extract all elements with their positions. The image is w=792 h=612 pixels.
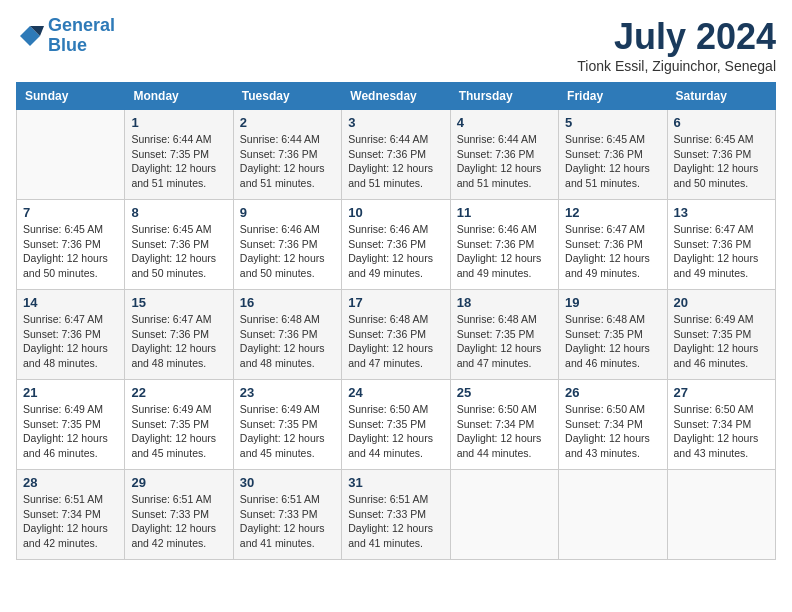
day-number: 8 (131, 205, 226, 220)
logo-text: General Blue (48, 16, 115, 56)
calendar-cell (450, 470, 558, 560)
day-info: Sunrise: 6:46 AM Sunset: 7:36 PM Dayligh… (240, 222, 335, 281)
calendar-week-row: 1Sunrise: 6:44 AM Sunset: 7:35 PM Daylig… (17, 110, 776, 200)
page-header: General Blue July 2024 Tionk Essil, Zigu… (16, 16, 776, 74)
day-number: 7 (23, 205, 118, 220)
day-info: Sunrise: 6:50 AM Sunset: 7:34 PM Dayligh… (565, 402, 660, 461)
day-number: 27 (674, 385, 769, 400)
day-info: Sunrise: 6:45 AM Sunset: 7:36 PM Dayligh… (23, 222, 118, 281)
calendar-cell: 5Sunrise: 6:45 AM Sunset: 7:36 PM Daylig… (559, 110, 667, 200)
day-number: 19 (565, 295, 660, 310)
calendar-week-row: 21Sunrise: 6:49 AM Sunset: 7:35 PM Dayli… (17, 380, 776, 470)
calendar-cell: 18Sunrise: 6:48 AM Sunset: 7:35 PM Dayli… (450, 290, 558, 380)
day-info: Sunrise: 6:48 AM Sunset: 7:35 PM Dayligh… (565, 312, 660, 371)
day-info: Sunrise: 6:44 AM Sunset: 7:36 PM Dayligh… (348, 132, 443, 191)
day-info: Sunrise: 6:45 AM Sunset: 7:36 PM Dayligh… (565, 132, 660, 191)
day-number: 2 (240, 115, 335, 130)
day-number: 13 (674, 205, 769, 220)
calendar-cell: 30Sunrise: 6:51 AM Sunset: 7:33 PM Dayli… (233, 470, 341, 560)
calendar-cell: 27Sunrise: 6:50 AM Sunset: 7:34 PM Dayli… (667, 380, 775, 470)
calendar-cell: 9Sunrise: 6:46 AM Sunset: 7:36 PM Daylig… (233, 200, 341, 290)
calendar-cell (17, 110, 125, 200)
day-number: 16 (240, 295, 335, 310)
day-of-week-header: Thursday (450, 83, 558, 110)
calendar-cell: 7Sunrise: 6:45 AM Sunset: 7:36 PM Daylig… (17, 200, 125, 290)
day-number: 14 (23, 295, 118, 310)
day-number: 5 (565, 115, 660, 130)
calendar-cell: 17Sunrise: 6:48 AM Sunset: 7:36 PM Dayli… (342, 290, 450, 380)
month-title: July 2024 (577, 16, 776, 58)
calendar-cell: 24Sunrise: 6:50 AM Sunset: 7:35 PM Dayli… (342, 380, 450, 470)
calendar-cell: 1Sunrise: 6:44 AM Sunset: 7:35 PM Daylig… (125, 110, 233, 200)
day-number: 10 (348, 205, 443, 220)
day-info: Sunrise: 6:50 AM Sunset: 7:34 PM Dayligh… (674, 402, 769, 461)
calendar-cell: 16Sunrise: 6:48 AM Sunset: 7:36 PM Dayli… (233, 290, 341, 380)
day-info: Sunrise: 6:44 AM Sunset: 7:36 PM Dayligh… (457, 132, 552, 191)
calendar-cell: 15Sunrise: 6:47 AM Sunset: 7:36 PM Dayli… (125, 290, 233, 380)
day-of-week-header: Friday (559, 83, 667, 110)
calendar-cell: 26Sunrise: 6:50 AM Sunset: 7:34 PM Dayli… (559, 380, 667, 470)
day-info: Sunrise: 6:50 AM Sunset: 7:35 PM Dayligh… (348, 402, 443, 461)
day-number: 29 (131, 475, 226, 490)
day-of-week-header: Saturday (667, 83, 775, 110)
calendar-cell: 6Sunrise: 6:45 AM Sunset: 7:36 PM Daylig… (667, 110, 775, 200)
day-number: 26 (565, 385, 660, 400)
day-number: 15 (131, 295, 226, 310)
calendar-cell: 12Sunrise: 6:47 AM Sunset: 7:36 PM Dayli… (559, 200, 667, 290)
calendar-header-row: SundayMondayTuesdayWednesdayThursdayFrid… (17, 83, 776, 110)
day-info: Sunrise: 6:46 AM Sunset: 7:36 PM Dayligh… (348, 222, 443, 281)
calendar-week-row: 28Sunrise: 6:51 AM Sunset: 7:34 PM Dayli… (17, 470, 776, 560)
day-info: Sunrise: 6:49 AM Sunset: 7:35 PM Dayligh… (240, 402, 335, 461)
day-info: Sunrise: 6:51 AM Sunset: 7:33 PM Dayligh… (240, 492, 335, 551)
day-number: 31 (348, 475, 443, 490)
calendar-cell: 8Sunrise: 6:45 AM Sunset: 7:36 PM Daylig… (125, 200, 233, 290)
calendar-cell: 20Sunrise: 6:49 AM Sunset: 7:35 PM Dayli… (667, 290, 775, 380)
day-info: Sunrise: 6:49 AM Sunset: 7:35 PM Dayligh… (23, 402, 118, 461)
calendar-cell: 11Sunrise: 6:46 AM Sunset: 7:36 PM Dayli… (450, 200, 558, 290)
day-info: Sunrise: 6:47 AM Sunset: 7:36 PM Dayligh… (131, 312, 226, 371)
calendar-cell: 31Sunrise: 6:51 AM Sunset: 7:33 PM Dayli… (342, 470, 450, 560)
day-info: Sunrise: 6:51 AM Sunset: 7:34 PM Dayligh… (23, 492, 118, 551)
day-info: Sunrise: 6:51 AM Sunset: 7:33 PM Dayligh… (131, 492, 226, 551)
day-info: Sunrise: 6:50 AM Sunset: 7:34 PM Dayligh… (457, 402, 552, 461)
calendar-cell: 4Sunrise: 6:44 AM Sunset: 7:36 PM Daylig… (450, 110, 558, 200)
day-info: Sunrise: 6:45 AM Sunset: 7:36 PM Dayligh… (131, 222, 226, 281)
calendar-cell (667, 470, 775, 560)
title-block: July 2024 Tionk Essil, Ziguinchor, Seneg… (577, 16, 776, 74)
day-info: Sunrise: 6:48 AM Sunset: 7:36 PM Dayligh… (240, 312, 335, 371)
calendar-cell: 21Sunrise: 6:49 AM Sunset: 7:35 PM Dayli… (17, 380, 125, 470)
day-info: Sunrise: 6:49 AM Sunset: 7:35 PM Dayligh… (131, 402, 226, 461)
day-number: 21 (23, 385, 118, 400)
day-of-week-header: Sunday (17, 83, 125, 110)
day-number: 6 (674, 115, 769, 130)
day-number: 4 (457, 115, 552, 130)
day-number: 3 (348, 115, 443, 130)
day-of-week-header: Monday (125, 83, 233, 110)
logo-icon (16, 22, 44, 50)
calendar-cell: 2Sunrise: 6:44 AM Sunset: 7:36 PM Daylig… (233, 110, 341, 200)
day-number: 23 (240, 385, 335, 400)
location-subtitle: Tionk Essil, Ziguinchor, Senegal (577, 58, 776, 74)
calendar-cell: 13Sunrise: 6:47 AM Sunset: 7:36 PM Dayli… (667, 200, 775, 290)
day-info: Sunrise: 6:47 AM Sunset: 7:36 PM Dayligh… (23, 312, 118, 371)
day-info: Sunrise: 6:44 AM Sunset: 7:36 PM Dayligh… (240, 132, 335, 191)
day-info: Sunrise: 6:47 AM Sunset: 7:36 PM Dayligh… (565, 222, 660, 281)
calendar-cell (559, 470, 667, 560)
day-number: 11 (457, 205, 552, 220)
logo: General Blue (16, 16, 115, 56)
calendar-cell: 14Sunrise: 6:47 AM Sunset: 7:36 PM Dayli… (17, 290, 125, 380)
day-of-week-header: Tuesday (233, 83, 341, 110)
day-number: 18 (457, 295, 552, 310)
calendar-cell: 3Sunrise: 6:44 AM Sunset: 7:36 PM Daylig… (342, 110, 450, 200)
calendar-cell: 23Sunrise: 6:49 AM Sunset: 7:35 PM Dayli… (233, 380, 341, 470)
day-info: Sunrise: 6:51 AM Sunset: 7:33 PM Dayligh… (348, 492, 443, 551)
day-info: Sunrise: 6:49 AM Sunset: 7:35 PM Dayligh… (674, 312, 769, 371)
calendar-week-row: 14Sunrise: 6:47 AM Sunset: 7:36 PM Dayli… (17, 290, 776, 380)
day-number: 20 (674, 295, 769, 310)
day-number: 9 (240, 205, 335, 220)
calendar-cell: 19Sunrise: 6:48 AM Sunset: 7:35 PM Dayli… (559, 290, 667, 380)
day-info: Sunrise: 6:48 AM Sunset: 7:36 PM Dayligh… (348, 312, 443, 371)
day-info: Sunrise: 6:46 AM Sunset: 7:36 PM Dayligh… (457, 222, 552, 281)
calendar-table: SundayMondayTuesdayWednesdayThursdayFrid… (16, 82, 776, 560)
day-info: Sunrise: 6:45 AM Sunset: 7:36 PM Dayligh… (674, 132, 769, 191)
